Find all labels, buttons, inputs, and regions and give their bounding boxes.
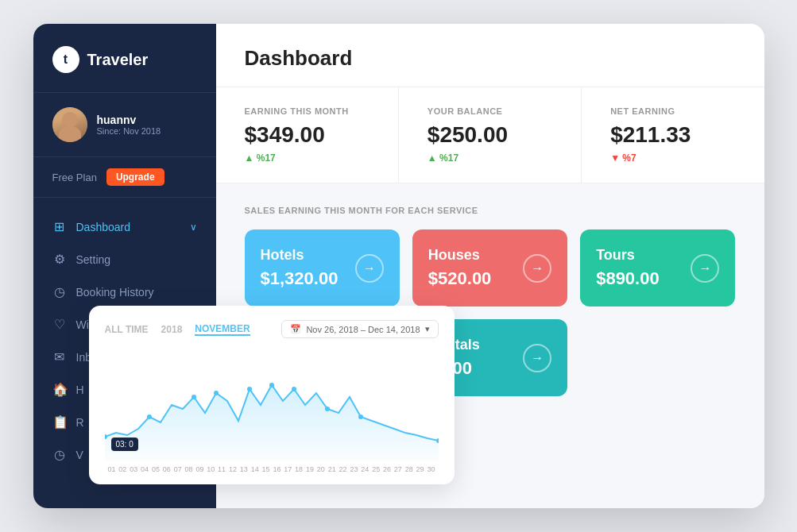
avatar (52, 107, 87, 142)
chart-date-picker[interactable]: 📅 Nov 26, 2018 – Dec 14, 2018 ▾ (281, 320, 438, 338)
svg-point-2 (192, 395, 196, 399)
stat-label: EARNING THIS MONTH (245, 106, 369, 116)
chart-tab-november[interactable]: NOVEMBER (195, 323, 250, 336)
user-since: Since: Nov 2018 (97, 126, 161, 136)
logo-name: Traveler (87, 51, 149, 69)
x-label: 14 (251, 465, 259, 473)
sidebar-item-dashboard[interactable]: ⊞ Dashboard ∨ (33, 210, 216, 243)
x-label: 05 (152, 465, 160, 473)
sidebar-item-label: Dashboard (76, 221, 131, 233)
stat-card-earning-month: EARNING THIS MONTH $349.00 ▲ %17 (216, 87, 399, 183)
stats-row: EARNING THIS MONTH $349.00 ▲ %17 YOUR BA… (216, 87, 764, 183)
service-arrow-icon: → (523, 344, 551, 372)
x-label: 23 (350, 465, 358, 473)
sidebar-item-label: H (76, 384, 84, 396)
services-section-label: SALES EARNING THIS MONTH FOR EACH SERVIC… (245, 206, 736, 215)
x-label: 21 (328, 465, 336, 473)
logo-icon: t (52, 46, 79, 73)
service-card-tours[interactable]: Tours $890.00 → (580, 229, 735, 306)
svg-point-5 (269, 383, 274, 387)
plan-section: Free Plan Upgrade (33, 157, 216, 198)
x-label: 02 (118, 465, 126, 473)
x-label: 25 (372, 465, 380, 473)
svg-point-8 (358, 414, 363, 419)
service-arrow-icon: → (691, 254, 719, 283)
x-label: 03 (130, 465, 137, 473)
x-label: 08 (185, 465, 193, 473)
inbox-icon: ✉ (52, 349, 67, 364)
x-label: 12 (229, 465, 237, 473)
service-card-houses[interactable]: Houses $520.00 → (412, 229, 567, 306)
x-label: 09 (195, 465, 203, 473)
app-container: t Traveler huannv Since: Nov 2018 Free P… (33, 24, 764, 508)
stat-value: $349.00 (245, 122, 369, 148)
x-label: 17 (284, 465, 292, 473)
sidebar-item-label: Booking History (76, 286, 154, 299)
user-name: huannv (97, 114, 161, 126)
x-label: 10 (207, 465, 215, 473)
upgrade-button[interactable]: Upgrade (106, 168, 164, 186)
x-label: 01 (108, 465, 116, 473)
avatar-image (52, 107, 87, 142)
plan-label: Free Plan (52, 172, 97, 183)
setting-icon: ⚙ (52, 252, 67, 267)
service-amount: $1,320.00 (261, 268, 339, 289)
chart-overlay: ALL TIME 2018 NOVEMBER 📅 Nov 26, 2018 – … (89, 306, 455, 484)
chart-area-fill (105, 385, 439, 461)
x-label: 27 (394, 465, 402, 473)
service-name: Houses (428, 247, 492, 264)
svg-point-1 (147, 414, 152, 419)
chart-x-labels: 01 02 03 04 05 06 07 08 09 10 11 12 13 1… (105, 465, 439, 473)
user-info: huannv Since: Nov 2018 (97, 114, 161, 136)
stat-change: ▲ %17 (428, 152, 552, 164)
dropdown-icon: ▾ (425, 324, 430, 334)
x-label: 15 (262, 465, 270, 473)
x-label: 29 (416, 465, 424, 473)
service-name: Tours (596, 247, 660, 264)
dashboard-icon: ⊞ (52, 219, 67, 234)
sidebar-item-setting[interactable]: ⚙ Setting (33, 243, 216, 276)
x-label: 06 (163, 465, 171, 473)
stat-label: YOUR BALANCE (428, 106, 552, 116)
r-icon: 📋 (52, 414, 67, 430)
logo-area: t Traveler (33, 46, 216, 92)
h-icon: 🏠 (52, 382, 67, 397)
svg-point-4 (247, 387, 252, 391)
chart-tooltip: 03: 0 (111, 438, 138, 451)
stat-value: $211.33 (610, 122, 735, 148)
sidebar-item-label: Setting (76, 253, 111, 266)
x-label: 30 (427, 465, 435, 473)
x-label: 22 (339, 465, 347, 473)
chart-tabs: ALL TIME 2018 NOVEMBER 📅 Nov 26, 2018 – … (105, 320, 439, 338)
stat-card-net-earning: NET EARNING $211.33 ▼ %7 (582, 87, 764, 183)
chevron-icon: ∨ (190, 222, 197, 233)
calendar-icon: 📅 (290, 324, 301, 334)
x-label: 16 (273, 465, 280, 473)
page-title: Dashboard (245, 46, 736, 71)
chart-area: 03: 0 (105, 349, 439, 461)
service-amount: $520.00 (428, 268, 492, 289)
service-name: Hotels (261, 247, 339, 264)
history-icon: ◷ (52, 284, 67, 299)
service-arrow-icon: → (523, 254, 551, 283)
sidebar-item-label: V (76, 449, 83, 461)
sidebar-item-booking-history[interactable]: ◷ Booking History (33, 276, 216, 308)
x-label: 18 (295, 465, 303, 473)
chart-tab-2018[interactable]: 2018 (161, 324, 183, 335)
chart-tab-all-time[interactable]: ALL TIME (105, 324, 149, 335)
x-label: 26 (383, 465, 391, 473)
date-range-label: Nov 26, 2018 – Dec 14, 2018 (306, 325, 420, 334)
service-card-hotels[interactable]: Hotels $1,320.00 → (245, 229, 400, 306)
x-label: 20 (317, 465, 325, 473)
x-label: 13 (240, 465, 248, 473)
x-label: 28 (405, 465, 413, 473)
stat-change: ▲ %17 (245, 152, 369, 164)
service-arrow-icon: → (355, 254, 384, 283)
svg-point-6 (292, 387, 296, 391)
stat-label: NET EARNING (610, 106, 735, 116)
x-label: 07 (174, 465, 182, 473)
stat-value: $250.00 (428, 122, 552, 148)
service-amount: $890.00 (596, 268, 660, 289)
x-label: 11 (218, 465, 226, 473)
v-icon: ◷ (52, 447, 67, 462)
